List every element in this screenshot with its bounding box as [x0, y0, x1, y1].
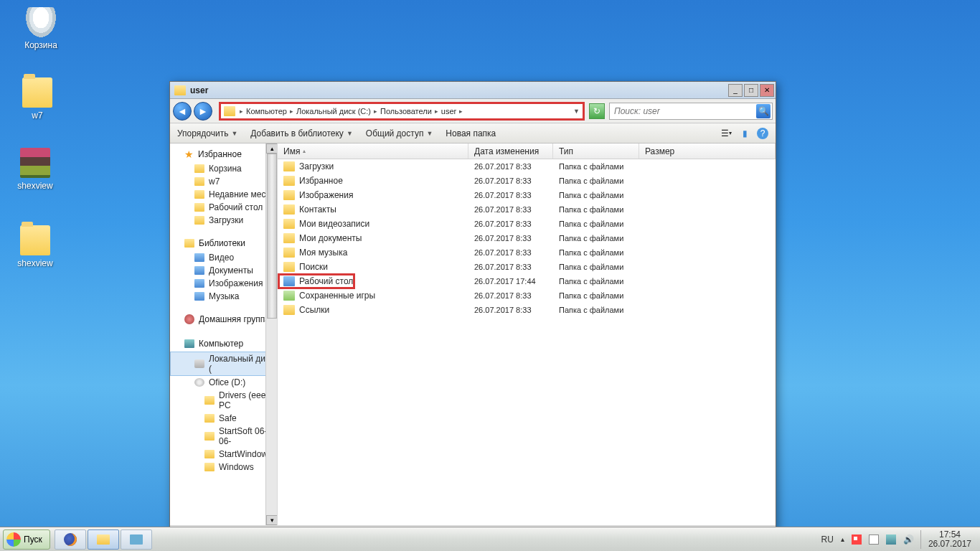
- breadcrumb-item[interactable]: Пользователи: [379, 107, 433, 116]
- sidebar-item[interactable]: StartSoft 06-06-: [170, 425, 277, 448]
- chevron-icon[interactable]: ▸: [290, 108, 293, 115]
- favorites-header[interactable]: ★Избранное: [170, 146, 277, 162]
- folder-icon: [194, 164, 204, 173]
- desktop-icon-shexview-rar[interactable]: shexview: [9, 148, 62, 191]
- sidebar-item[interactable]: Недавние места: [170, 188, 277, 201]
- breadcrumb-item[interactable]: Локальный диск (C:): [295, 107, 372, 116]
- taskbar-explorer[interactable]: [88, 529, 119, 550]
- folder-icon: [283, 248, 295, 258]
- file-row[interactable]: Моя музыка26.07.2017 8:33Папка с файлами: [278, 245, 776, 260]
- desktop-icon-shexview-folder[interactable]: shexview: [9, 225, 62, 268]
- start-button[interactable]: Пуск: [3, 529, 50, 550]
- chevron-icon[interactable]: ▸: [459, 108, 463, 115]
- file-row[interactable]: Избранное26.07.2017 8:33Папка с файлами: [278, 174, 776, 188]
- titlebar[interactable]: user _ □ ✕: [170, 82, 776, 99]
- sidebar-item[interactable]: Корзина: [170, 162, 277, 175]
- folder-icon: [283, 219, 295, 229]
- breadcrumb-item[interactable]: user: [440, 107, 458, 116]
- file-row[interactable]: Сохраненные игры26.07.2017 8:33Папка с ф…: [278, 288, 776, 303]
- dropdown-icon[interactable]: ▼: [573, 108, 580, 115]
- sidebar-item[interactable]: Drivers (eee PC: [170, 389, 277, 412]
- add-to-library-menu[interactable]: Добавить в библиотеку▼: [250, 128, 352, 138]
- search-box[interactable]: 🔍: [609, 103, 773, 120]
- folder-icon: [97, 534, 110, 545]
- folder-icon: [204, 463, 215, 471]
- scroll-up-button[interactable]: ▴: [266, 143, 278, 154]
- computer-group: Компьютер Локальный диск (Ofice (D:)Driv…: [170, 336, 277, 474]
- desktop-icon-recycle-bin[interactable]: Корзина: [14, 7, 67, 50]
- maximize-button[interactable]: □: [744, 84, 758, 97]
- sidebar-item[interactable]: Локальный диск (: [170, 352, 277, 376]
- flag-icon[interactable]: [852, 534, 862, 545]
- sidebar-item[interactable]: Загрузки: [170, 214, 277, 227]
- chevron-icon[interactable]: ▸: [374, 108, 377, 115]
- sidebar-scrollbar[interactable]: ▴ ▾: [265, 143, 277, 525]
- sidebar-item[interactable]: Документы: [170, 264, 277, 277]
- shexview-folder-icon: [20, 225, 50, 255]
- sidebar-item[interactable]: w7: [170, 175, 277, 188]
- language-indicator[interactable]: RU: [821, 534, 834, 545]
- minimize-button[interactable]: _: [728, 84, 743, 97]
- action-center-icon[interactable]: [869, 534, 879, 545]
- file-row[interactable]: Ссылки26.07.2017 8:33Папка с файлами: [278, 303, 776, 317]
- library-icon: [194, 292, 204, 301]
- file-row[interactable]: Мои документы26.07.2017 8:33Папка с файл…: [278, 231, 776, 245]
- preview-pane-button[interactable]: ▮: [738, 128, 751, 139]
- search-button[interactable]: 🔍: [756, 104, 771, 118]
- clock[interactable]: 17:54 26.07.2017: [920, 530, 971, 549]
- show-hidden-icons[interactable]: ▴: [841, 535, 844, 543]
- network-icon[interactable]: [886, 534, 896, 545]
- sidebar-item[interactable]: Рабочий стол: [170, 201, 277, 214]
- library-icon: [194, 253, 204, 262]
- column-name[interactable]: Имя ▴: [278, 143, 468, 159]
- back-button[interactable]: ◄: [173, 102, 192, 121]
- search-input[interactable]: [614, 106, 756, 116]
- homegroup[interactable]: Домашняя группа: [170, 311, 277, 327]
- sidebar-item[interactable]: StartWindows: [170, 448, 277, 461]
- sidebar-item[interactable]: Windows: [170, 461, 277, 474]
- folder-icon: [174, 85, 186, 95]
- close-button[interactable]: ✕: [760, 84, 774, 97]
- address-bar[interactable]: ▸ Компьютер ▸ Локальный диск (C:) ▸ Поль…: [219, 102, 585, 121]
- column-size[interactable]: Размер: [639, 143, 776, 159]
- scroll-down-button[interactable]: ▾: [266, 515, 278, 525]
- folder-icon: [194, 203, 204, 212]
- scroll-thumb[interactable]: [267, 154, 277, 319]
- libraries-header[interactable]: Библиотеки: [170, 235, 277, 251]
- folder-icon: [283, 204, 295, 215]
- forward-button[interactable]: ►: [194, 102, 212, 121]
- help-button[interactable]: ?: [757, 128, 768, 139]
- folder-icon: [283, 276, 295, 286]
- sidebar-item[interactable]: Safe: [170, 412, 277, 425]
- file-row[interactable]: Изображения26.07.2017 8:33Папка с файлам…: [278, 188, 776, 202]
- folder-icon: [204, 432, 215, 441]
- organize-menu[interactable]: Упорядочить▼: [177, 128, 237, 138]
- file-row[interactable]: Контакты26.07.2017 8:33Папка с файлами: [278, 202, 776, 217]
- taskbar-firefox[interactable]: [55, 529, 86, 550]
- volume-icon[interactable]: 🔊: [903, 534, 913, 545]
- sidebar-item[interactable]: Музыка: [170, 290, 277, 303]
- file-row[interactable]: Рабочий стол26.07.2017 17:44Папка с файл…: [278, 274, 776, 288]
- chevron-icon[interactable]: ▸: [240, 108, 243, 115]
- sidebar-item[interactable]: Изображения: [170, 277, 277, 290]
- share-menu[interactable]: Общий доступ▼: [366, 128, 433, 138]
- file-row[interactable]: Мои видеозаписи26.07.2017 8:33Папка с фа…: [278, 217, 776, 231]
- computer-header[interactable]: Компьютер: [170, 336, 277, 352]
- sidebar-item[interactable]: Ofice (D:): [170, 376, 277, 389]
- firefox-icon: [64, 533, 77, 546]
- chevron-icon[interactable]: ▸: [435, 108, 438, 115]
- file-row[interactable]: Загрузки26.07.2017 8:33Папка с файлами: [278, 159, 776, 174]
- column-date[interactable]: Дата изменения: [468, 143, 553, 159]
- file-row[interactable]: Поиски26.07.2017 8:33Папка с файлами: [278, 260, 776, 274]
- sidebar-item[interactable]: Видео: [170, 251, 277, 264]
- system-tray: RU ▴ 🔊 17:54 26.07.2017: [821, 530, 977, 549]
- desktop-icon-folder-w7[interactable]: w7: [11, 77, 64, 121]
- new-folder-button[interactable]: Новая папка: [446, 128, 496, 138]
- breadcrumb-item[interactable]: Компьютер: [245, 107, 288, 116]
- taskbar: Пуск RU ▴ 🔊 17:54 26.07.2017: [0, 527, 980, 551]
- column-type[interactable]: Тип: [553, 143, 639, 159]
- refresh-button[interactable]: ↻: [589, 103, 605, 119]
- folder-icon: [204, 396, 215, 405]
- taskbar-item[interactable]: [121, 529, 152, 550]
- view-options-button[interactable]: ☰▾: [720, 128, 732, 139]
